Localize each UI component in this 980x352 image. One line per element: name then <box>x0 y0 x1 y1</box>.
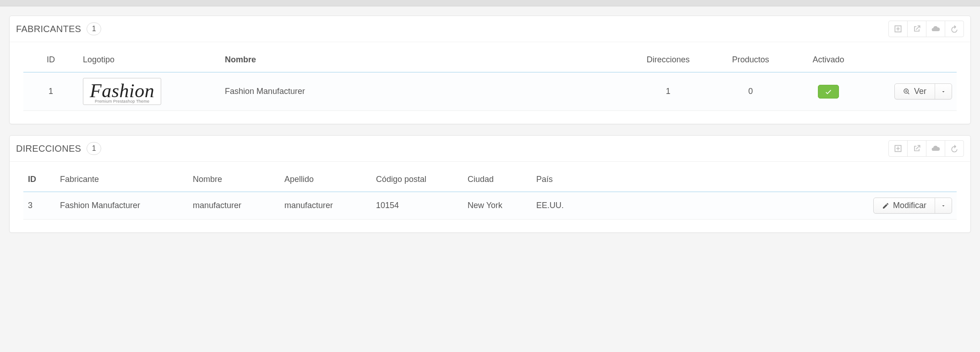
cell-active <box>792 72 865 111</box>
panel-addresses: DIRECCIONES 1 <box>9 135 971 233</box>
cloud-download-button[interactable] <box>926 21 945 37</box>
addresses-table: ID Fabricante Nombre Apellido Código pos… <box>23 168 957 220</box>
cell-city: New York <box>463 192 532 220</box>
cell-actions: Modificar <box>865 192 957 220</box>
cloud-icon <box>931 24 940 33</box>
cell-products: 0 <box>709 72 792 111</box>
export-button[interactable] <box>907 140 926 157</box>
col-id[interactable]: ID <box>23 168 55 192</box>
edit-button-label: Modificar <box>893 201 926 210</box>
add-new-button[interactable] <box>888 140 908 157</box>
table-row[interactable]: 1 Fashion Premium Prestashop Theme Fashi… <box>23 72 957 111</box>
export-icon <box>912 24 921 33</box>
col-manufacturer[interactable]: Fabricante <box>55 168 188 192</box>
logo-subtext: Premium Prestashop Theme <box>90 99 154 104</box>
cell-lastname: manufacturer <box>280 192 371 220</box>
export-button[interactable] <box>907 21 926 37</box>
cell-logo: Fashion Premium Prestashop Theme <box>78 72 220 111</box>
row-action-dropdown[interactable] <box>935 84 952 99</box>
panel-addresses-title: DIRECCIONES <box>16 143 81 154</box>
col-country[interactable]: País <box>532 168 865 192</box>
manufacturers-count-badge: 1 <box>87 22 101 35</box>
manufacturer-logo: Fashion Premium Prestashop Theme <box>83 78 161 105</box>
logo-text: Fashion <box>90 80 154 101</box>
pencil-icon <box>882 202 889 209</box>
col-active[interactable]: Activado <box>792 49 865 72</box>
addresses-table-wrap: ID Fabricante Nombre Apellido Código pos… <box>10 162 970 232</box>
col-actions <box>865 49 957 72</box>
col-city[interactable]: Ciudad <box>463 168 532 192</box>
col-postcode[interactable]: Código postal <box>371 168 463 192</box>
col-name[interactable]: Nombre <box>220 49 627 72</box>
table-row[interactable]: 3 Fashion Manufacturer manufacturer manu… <box>23 192 957 220</box>
panel-manufacturers: FABRICANTES 1 <box>9 16 971 124</box>
col-logo[interactable]: Logotipo <box>78 49 220 72</box>
col-addresses[interactable]: Direcciones <box>627 49 709 72</box>
cloud-icon <box>931 144 940 153</box>
check-icon <box>824 88 833 96</box>
cell-actions: Ver <box>865 72 957 111</box>
export-icon <box>912 144 921 153</box>
cell-country: EE.UU. <box>532 192 865 220</box>
cell-id: 3 <box>23 192 55 220</box>
col-id[interactable]: ID <box>23 49 78 72</box>
row-action-group: Ver <box>894 83 952 99</box>
edit-button[interactable]: Modificar <box>874 198 935 213</box>
plus-icon <box>893 24 903 33</box>
col-products[interactable]: Productos <box>709 49 792 72</box>
col-actions <box>865 168 957 192</box>
active-toggle[interactable] <box>818 85 839 99</box>
addresses-count-badge: 1 <box>87 142 101 155</box>
panel-addresses-header: DIRECCIONES 1 <box>10 136 970 162</box>
manufacturers-table: ID Logotipo Nombre Direcciones Productos… <box>23 49 957 111</box>
refresh-button[interactable] <box>945 21 964 37</box>
view-button[interactable]: Ver <box>895 84 935 99</box>
manufacturers-table-wrap: ID Logotipo Nombre Direcciones Productos… <box>10 42 970 124</box>
cell-manufacturer: Fashion Manufacturer <box>55 192 188 220</box>
cell-firstname: manufacturer <box>188 192 280 220</box>
window-topbar <box>0 0 980 6</box>
refresh-icon <box>950 144 959 153</box>
caret-down-icon <box>941 203 946 209</box>
page-content: FABRICANTES 1 <box>0 6 980 258</box>
manufacturers-header-actions <box>889 21 964 37</box>
cloud-download-button[interactable] <box>926 140 945 157</box>
col-lastname[interactable]: Apellido <box>280 168 371 192</box>
add-new-button[interactable] <box>888 21 908 37</box>
panel-manufacturers-title: FABRICANTES <box>16 24 81 34</box>
view-button-label: Ver <box>914 87 926 96</box>
cell-addresses: 1 <box>627 72 709 111</box>
cell-id: 1 <box>23 72 78 111</box>
caret-down-icon <box>941 89 946 94</box>
refresh-button[interactable] <box>945 140 964 157</box>
panel-manufacturers-header: FABRICANTES 1 <box>10 16 970 42</box>
cell-postcode: 10154 <box>371 192 463 220</box>
refresh-icon <box>950 24 959 33</box>
row-action-dropdown[interactable] <box>935 198 952 213</box>
plus-icon <box>893 144 903 153</box>
row-action-group: Modificar <box>873 198 952 214</box>
col-firstname[interactable]: Nombre <box>188 168 280 192</box>
cell-name: Fashion Manufacturer <box>220 72 627 111</box>
zoom-icon <box>903 88 910 95</box>
addresses-header-actions <box>889 140 964 157</box>
